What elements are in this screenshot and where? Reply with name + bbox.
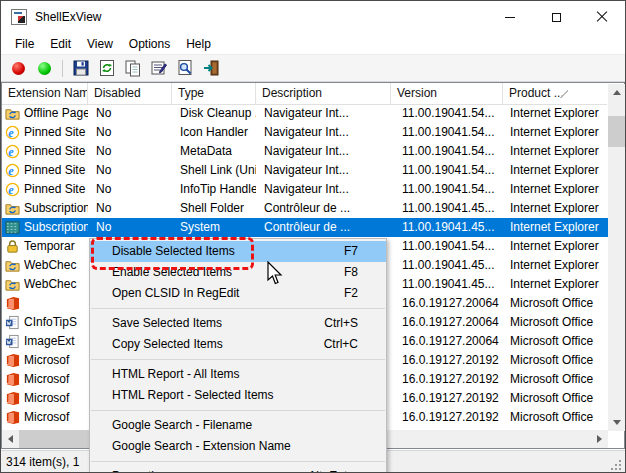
cell-version: 11.00.19041.45... bbox=[402, 256, 506, 275]
cell-extension-name: Pinned Site ... bbox=[24, 123, 88, 142]
menu-item-shortcut bbox=[358, 415, 376, 436]
cell-version: 11.00.19041.54... bbox=[402, 180, 506, 199]
menu-item-copy-selected-items[interactable]: Copy Selected ItemsCtrl+C bbox=[90, 334, 386, 355]
cell-extension-name: Pinned Site ... bbox=[24, 161, 88, 180]
cell-product: Internet Explorer bbox=[510, 237, 608, 256]
cell-type: System bbox=[180, 218, 256, 237]
menu-item-properties[interactable]: PropertiesAlt+Enter bbox=[90, 466, 386, 473]
system-icon bbox=[5, 220, 20, 235]
column-header-disabled[interactable]: Disabled bbox=[88, 83, 172, 104]
cell-type: Icon Handler bbox=[180, 123, 256, 142]
cell-type: Shell Folder bbox=[180, 199, 256, 218]
menu-item-save-selected-items[interactable]: Save Selected ItemsCtrl+S bbox=[90, 313, 386, 334]
cell-product: Microsoft Office bbox=[510, 294, 608, 313]
cell-extension-name: Temporar bbox=[24, 237, 88, 256]
cell-extension-name: Pinned Site ... bbox=[24, 180, 88, 199]
cell-extension-name: Offline Page... bbox=[24, 104, 88, 123]
cell-disabled: No bbox=[96, 180, 172, 199]
cell-disabled: No bbox=[96, 104, 172, 123]
cell-extension-name bbox=[24, 294, 88, 313]
cell-version: 11.00.19041.54... bbox=[402, 237, 506, 256]
list-header: Extension Name Disabled Type Description… bbox=[2, 83, 607, 105]
column-header-type[interactable]: Type bbox=[172, 83, 256, 104]
cell-product: Microsoft Office bbox=[510, 408, 608, 427]
cell-description: Contrôleur de ... bbox=[264, 218, 388, 237]
scroll-right-button[interactable] bbox=[591, 430, 608, 448]
horizontal-scroll-thumb[interactable] bbox=[19, 430, 97, 448]
menu-item-google-search-extension-name[interactable]: Google Search - Extension Name bbox=[90, 436, 386, 457]
ie-icon bbox=[5, 144, 20, 159]
menu-item-label: Google Search - Extension Name bbox=[112, 436, 358, 457]
table-row[interactable]: Subscription... No System Contrôleur de … bbox=[2, 218, 608, 237]
cell-version: 16.0.19127.20064 bbox=[402, 294, 506, 313]
cell-extension-name: Pinned Site ... bbox=[24, 142, 88, 161]
red-dashed-highlight bbox=[91, 237, 254, 270]
table-row[interactable]: Pinned Site ... No MetaData Navigateur I… bbox=[2, 142, 608, 161]
table-row[interactable]: Offline Page... No Disk Cleanup ... Navi… bbox=[2, 104, 608, 123]
status-text: 314 item(s), 1 bbox=[6, 455, 79, 469]
cell-product: Internet Explorer bbox=[510, 142, 608, 161]
cell-version: 11.00.19041.45... bbox=[402, 218, 506, 237]
cell-product: Microsoft Office bbox=[510, 351, 608, 370]
ie-icon bbox=[5, 163, 20, 178]
sort-indicator-icon bbox=[560, 90, 568, 98]
cell-extension-name: Microsof bbox=[24, 351, 88, 370]
cell-disabled: No bbox=[96, 123, 172, 142]
menu-item-label: Open CLSID In RegEdit bbox=[112, 283, 344, 304]
vertical-scrollbar[interactable] bbox=[608, 84, 626, 431]
cell-type: Shell Link (Uni... bbox=[180, 161, 256, 180]
ie-icon bbox=[5, 182, 20, 197]
folder-sync-icon bbox=[5, 201, 20, 216]
menu-separator bbox=[91, 461, 385, 462]
column-header-description[interactable]: Description bbox=[256, 83, 391, 104]
cell-product: Internet Explorer bbox=[510, 218, 608, 237]
table-row[interactable]: Subscription... No Shell Folder Contrôle… bbox=[2, 199, 608, 218]
resize-grip-icon[interactable] bbox=[610, 459, 622, 471]
menu-item-label: Properties bbox=[112, 466, 308, 473]
cell-version: 11.00.19041.54... bbox=[402, 142, 506, 161]
column-header-version[interactable]: Version bbox=[391, 83, 503, 104]
cell-disabled: No bbox=[96, 218, 172, 237]
scroll-up-button[interactable] bbox=[608, 84, 626, 101]
cell-description: Contrôleur de ... bbox=[264, 199, 388, 218]
menu-item-shortcut: Ctrl+S bbox=[324, 313, 376, 334]
menu-item-label: Save Selected Items bbox=[112, 313, 324, 334]
menu-item-html-report-all-items[interactable]: HTML Report - All Items bbox=[90, 364, 386, 385]
menu-item-label: HTML Report - All Items bbox=[112, 364, 358, 385]
vertical-scroll-thumb[interactable] bbox=[608, 116, 626, 147]
menu-item-label: Google Search - Filename bbox=[112, 415, 358, 436]
cell-product: Internet Explorer bbox=[510, 199, 608, 218]
menu-item-shortcut bbox=[358, 385, 376, 406]
cell-product: Microsoft Office bbox=[510, 370, 608, 389]
menu-item-html-report-selected-items[interactable]: HTML Report - Selected Items bbox=[90, 385, 386, 406]
menu-item-google-search-filename[interactable]: Google Search - Filename bbox=[90, 415, 386, 436]
cell-description: Navigateur Int... bbox=[264, 180, 388, 199]
menu-item-shortcut: F2 bbox=[344, 283, 376, 304]
office-icon bbox=[5, 410, 20, 425]
mouse-cursor-icon bbox=[266, 261, 284, 287]
table-row[interactable]: Pinned Site ... No Icon Handler Navigate… bbox=[2, 123, 608, 142]
cell-product: Microsoft Office bbox=[510, 332, 608, 351]
shellexview-window: ShellExView File Edit View Options Help bbox=[0, 0, 626, 473]
doc-icon bbox=[5, 315, 20, 330]
column-header-extension-name[interactable]: Extension Name bbox=[2, 83, 88, 104]
folder-sync-icon bbox=[5, 106, 20, 121]
table-row[interactable]: Pinned Site ... No Shell Link (Uni... Na… bbox=[2, 161, 608, 180]
cell-version: 16.0.19127.20192 bbox=[402, 389, 506, 408]
office-icon bbox=[5, 296, 20, 311]
menu-item-shortcut: F8 bbox=[344, 262, 376, 283]
scroll-down-button[interactable] bbox=[608, 414, 626, 431]
office-icon bbox=[5, 391, 20, 406]
menu-item-shortcut bbox=[358, 364, 376, 385]
scroll-left-button[interactable] bbox=[2, 430, 19, 448]
doc-icon bbox=[5, 334, 20, 349]
cell-version: 16.0.19127.20192 bbox=[402, 370, 506, 389]
cell-extension-name: Microsof bbox=[24, 408, 88, 427]
menu-item-open-clsid-in-regedit[interactable]: Open CLSID In RegEditF2 bbox=[90, 283, 386, 304]
column-header-product[interactable]: Product ... bbox=[503, 83, 607, 104]
table-row[interactable]: Pinned Site ... No InfoTip Handler Navig… bbox=[2, 180, 608, 199]
chevron-right-icon bbox=[597, 435, 602, 443]
cell-type: MetaData bbox=[180, 142, 256, 161]
cell-product: Internet Explorer bbox=[510, 104, 608, 123]
cell-version: 11.00.19041.54... bbox=[402, 161, 506, 180]
